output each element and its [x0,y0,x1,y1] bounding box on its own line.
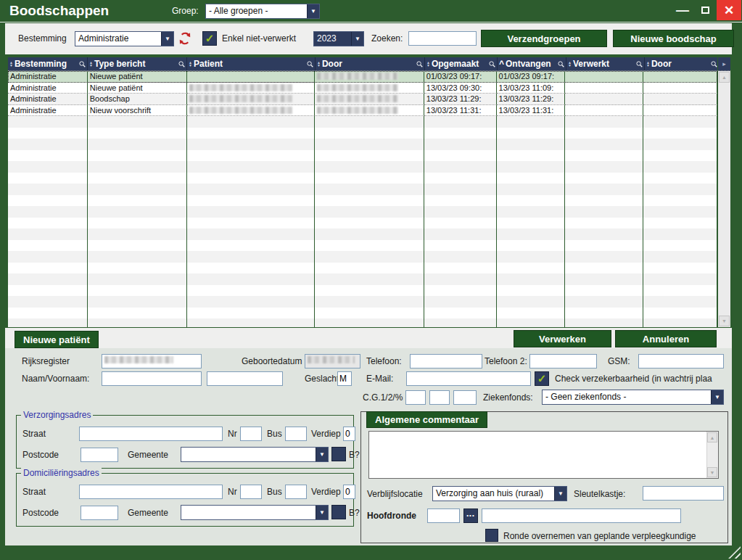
maximize-button[interactable] [695,0,715,20]
voornaam-field[interactable] [207,371,283,386]
verdiep-field[interactable] [343,427,355,441]
table-row-empty [8,251,717,263]
column-header-type-bericht[interactable]: Type bericht [88,57,187,70]
column-header-patient[interactable]: Patient [187,57,316,70]
straat-field[interactable] [79,427,223,441]
sort-icon [9,61,13,67]
cg2-field[interactable] [429,390,450,405]
ellipsis-button[interactable]: ••• [463,508,478,523]
verblijfslocatie-select[interactable]: Verzorging aan huis (ruraal) ▼ [432,486,567,501]
search-input[interactable] [408,31,477,46]
column-header-bestemming[interactable]: Bestemming [8,57,88,70]
commentaar-textarea[interactable]: ▲ ▼ [368,431,719,479]
chevron-down-icon[interactable]: ▼ [711,390,723,404]
postcode-field[interactable] [81,448,118,462]
table-row[interactable]: AdministratieNieuwe patiënt13/03/23 09:3… [8,83,717,94]
cell-ontvangen [497,116,566,128]
scroll-up-button[interactable]: ▲ [707,432,717,442]
nieuwe-boodschap-button[interactable]: Nieuwe boodschap [613,30,734,47]
cell-door2 [643,105,717,117]
column-options-icon[interactable]: ▸ [718,57,730,71]
niet-verwerkt-checkbox[interactable]: ✓ [202,31,217,46]
cell-ontvangen [497,263,566,274]
search-column-icon[interactable] [636,61,643,67]
email-field[interactable] [406,371,531,386]
straat-field[interactable] [79,485,223,499]
column-header-opgemaakt[interactable]: Opgemaakt [425,57,498,70]
column-header-door-2[interactable]: Door [645,57,719,70]
textarea-scrollbar[interactable]: ▲ ▼ [706,432,718,478]
sleutelkastje-field[interactable] [643,486,724,501]
cg-pct-field[interactable] [453,390,477,405]
cell-bestemming [8,308,88,319]
cell-patient [187,161,316,173]
nr-field[interactable] [240,485,262,499]
cg1-field[interactable] [405,390,426,405]
gemeente-select[interactable]: ▼ [181,505,329,520]
ronde-overnemen-checkbox[interactable] [485,529,498,542]
column-header-verwerkt[interactable]: Verwerkt [566,57,645,70]
cell-patient [187,83,316,94]
chevron-down-icon[interactable]: ▼ [351,32,363,46]
cell-patient [187,128,316,139]
bus-field[interactable] [285,485,307,499]
cell-verwerkt [565,285,643,297]
chevron-down-icon[interactable]: ▼ [316,448,328,461]
nr-field[interactable] [240,427,262,441]
groep-label: Groep: [172,6,199,16]
search-column-icon[interactable] [558,61,564,67]
telefoon-field[interactable] [410,354,482,368]
postcode-field[interactable] [81,506,118,520]
gemeente-select[interactable]: ▼ [181,447,329,462]
vertical-scrollbar[interactable]: ▸ ▲ ▼ [717,57,730,327]
lookup-button[interactable] [331,447,346,461]
scroll-up-button[interactable]: ▲ [719,72,730,83]
tab-nieuwe-patient[interactable]: Nieuwe patiënt [15,331,99,348]
lookup-button[interactable] [331,505,346,519]
chevron-down-icon[interactable]: ▼ [554,487,566,501]
geboortedatum-field[interactable] [305,354,360,368]
ziekenfonds-select[interactable]: - Geen ziekenfonds - ▼ [542,390,724,405]
scroll-down-button[interactable]: ▼ [707,467,717,477]
cell-door [315,184,424,195]
bestemming-select[interactable]: Administratie ▼ [75,31,174,46]
resize-grip-icon[interactable] [728,546,741,559]
hoofdronde-name-field[interactable] [482,508,681,523]
chevron-down-icon[interactable]: ▼ [161,32,173,46]
rijksregister-field[interactable] [102,354,202,368]
verzekerbaarheid-checkbox[interactable]: ✓ [535,371,549,386]
gsm-field[interactable] [638,354,724,368]
search-column-icon[interactable] [489,61,495,67]
minimize-button[interactable]: — [672,0,693,20]
refresh-icon[interactable] [178,32,191,48]
close-button[interactable]: ✕ [717,0,741,20]
verwerken-button[interactable]: Verwerken [514,330,611,347]
scroll-down-button[interactable]: ▼ [719,316,730,326]
telefoon2-field[interactable] [529,354,597,368]
column-header-door[interactable]: Door [316,57,425,70]
year-select[interactable]: 2023 ▼ [313,31,364,46]
chevron-down-icon[interactable]: ▼ [307,4,319,18]
verzendgroepen-button[interactable]: Verzendgroepen [481,30,607,47]
geslacht-field[interactable] [337,371,352,386]
verdiep-field[interactable] [343,485,355,499]
cell-door2 [643,308,717,319]
cell-verwerkt [565,105,643,117]
chevron-down-icon[interactable]: ▼ [316,506,328,519]
naam-field[interactable] [102,371,202,386]
groep-select[interactable]: - Alle groepen - ▼ [205,4,320,19]
table-row[interactable]: AdministratieNieuw voorschrift13/03/23 1… [8,105,717,117]
column-header-ontvangen[interactable]: Ontvangen [498,57,566,70]
hoofdronde-code-field[interactable] [427,508,460,523]
bus-field[interactable] [285,427,307,441]
cell-door [315,94,424,105]
table-row[interactable]: AdministratieBoodschap13/03/23 11:29:13/… [8,94,717,105]
search-column-icon[interactable] [711,61,717,67]
search-column-icon[interactable] [416,61,423,67]
search-column-icon[interactable] [79,61,86,67]
annuleren-button[interactable]: Annuleren [615,330,717,347]
table-row[interactable]: AdministratieNieuwe patiënt01/03/23 09:1… [8,71,717,83]
search-column-icon[interactable] [178,61,185,67]
cell-bestemming [8,150,88,162]
search-column-icon[interactable] [307,61,313,67]
